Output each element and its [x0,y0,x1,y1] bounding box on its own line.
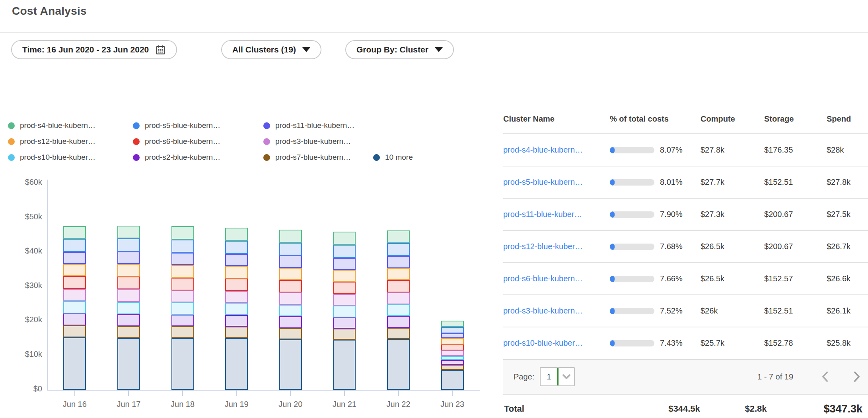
compute-value: $26.5k [701,242,764,251]
percent-bar-fill [610,147,615,153]
bar-segment [63,239,86,252]
bar-segment [441,321,464,327]
bar-segment [225,241,248,254]
legend-item[interactable]: prod-s12-blue-kuber… [8,137,133,146]
bar-segment [225,254,248,266]
group-by-dropdown[interactable]: Group By: Cluster [345,40,454,59]
bar-segment [117,238,140,252]
y-axis-label: $10k [8,350,42,359]
compute-value: $27.3k [701,210,764,219]
bar-segment [171,253,194,265]
bar-jun-16 [63,226,86,390]
storage-value: $152.51 [764,306,827,315]
bar-segment [117,289,140,302]
cluster-link[interactable]: prod-s3-blue-kubern… [503,306,607,315]
percent-bar-fill [610,340,615,346]
bar-segment [225,266,248,278]
legend-item[interactable]: prod-s5-blue-kubern… [133,121,263,130]
legend-item[interactable]: prod-s6-blue-kubern… [133,137,263,146]
spend-value: $26.6k [827,274,868,283]
bar-segment [387,268,410,280]
percent-of-total-cell: 7.66% [607,274,701,283]
cluster-link[interactable]: prod-s10-blue-kuber… [503,339,607,348]
cluster-link[interactable]: prod-s5-blue-kubern… [503,178,607,187]
bar-segment [333,270,356,282]
compute-value: $25.7k [701,339,764,348]
bar-segment [63,276,86,289]
legend-row: prod-s4-blue-kubern…prod-s5-blue-kubern…… [8,118,413,134]
storage-value: $152.57 [764,274,827,283]
group-by-label: Group By: Cluster [356,45,428,54]
next-page-button[interactable] [850,369,864,385]
total-spend: $347.3k [823,403,862,415]
bar-segment [279,243,302,255]
legend-color-dot [263,138,270,145]
y-axis-label: $40k [8,246,42,255]
bar-segment [387,339,410,390]
page-label: Page: [514,372,534,381]
legend-color-dot [8,154,15,161]
table-header: Cluster Name % of total costs Compute St… [503,104,868,134]
legend-item[interactable]: prod-s10-blue-kuber… [8,153,133,162]
compute-value: $27.7k [701,178,764,187]
previous-page-button[interactable] [818,369,832,385]
legend-label: prod-s4-blue-kubern… [20,121,95,130]
storage-value: $152.78 [764,339,827,348]
cluster-link[interactable]: prod-s4-blue-kubern… [503,145,607,155]
percent-bar-track [610,179,654,186]
bar-segment [279,339,302,390]
x-axis-tick [452,391,453,396]
bar-segment [117,338,140,390]
clusters-filter-dropdown[interactable]: All Clusters (19) [221,40,321,59]
percent-of-total-cell: 8.01% [607,178,701,187]
legend-label: prod-s6-blue-kubern… [145,137,220,146]
cluster-link[interactable]: prod-s12-blue-kuber… [503,242,607,251]
bar-segment [63,264,86,276]
percent-bar-fill [610,244,615,250]
chart-legend: prod-s4-blue-kubern…prod-s5-blue-kubern…… [8,118,413,165]
percent-of-total-cell: 7.43% [607,339,701,348]
bar-segment [387,328,410,339]
bar-segment [441,365,464,370]
percent-bar-fill [610,211,615,218]
pagination-range: 1 - 7 of 19 [752,372,798,381]
percent-of-total-cell: 7.52% [607,306,701,315]
table-row: prod-s10-blue-kuber…7.43%$25.7k$152.78$2… [503,327,868,359]
storage-value: $200.67 [764,242,827,251]
col-spend: Spend [827,114,868,124]
time-range-filter[interactable]: Time: 16 Jun 2020 - 23 Jun 2020 [11,40,177,59]
legend-color-dot [8,122,15,129]
bar-segment [117,264,140,277]
cluster-link[interactable]: prod-s11-blue-kuber… [503,210,607,219]
total-storage: $2.8k [730,404,782,414]
bar-segment [117,226,140,238]
bar-segment [171,302,194,314]
percent-value: 7.68% [660,242,683,251]
storage-value: $176.35 [764,145,827,155]
bar-segment [117,277,140,289]
bar-segment [117,314,140,326]
legend-label: prod-s2-blue-kubern… [145,153,220,162]
page-select[interactable]: 1 [540,367,575,386]
bar-segment [279,230,302,243]
legend-item[interactable]: 10 more [373,153,413,162]
legend-item[interactable]: prod-s2-blue-kubern… [133,153,263,162]
bar-segment [63,301,86,314]
bar-segment [171,265,194,278]
bar-segment [279,280,302,292]
legend-item[interactable]: prod-s4-blue-kubern… [8,121,133,130]
chevron-down-icon [559,368,574,385]
cluster-link[interactable]: prod-s6-blue-kubern… [503,274,607,283]
x-axis-label: Jun 18 [159,400,206,409]
legend-item[interactable]: prod-s11-blue-kubern… [263,121,373,130]
bar-segment [441,350,464,356]
bar-segment [387,280,410,292]
col-cluster-name: Cluster Name [503,114,607,124]
bar-segment [171,315,194,327]
percent-of-total-cell: 7.68% [607,242,701,251]
legend-color-dot [133,154,140,161]
legend-item[interactable]: prod-s3-blue-kubern… [263,137,373,146]
legend-item[interactable]: prod-s7-blue-kubern… [263,153,373,162]
bar-segment [441,327,464,333]
bar-segment [63,252,86,264]
